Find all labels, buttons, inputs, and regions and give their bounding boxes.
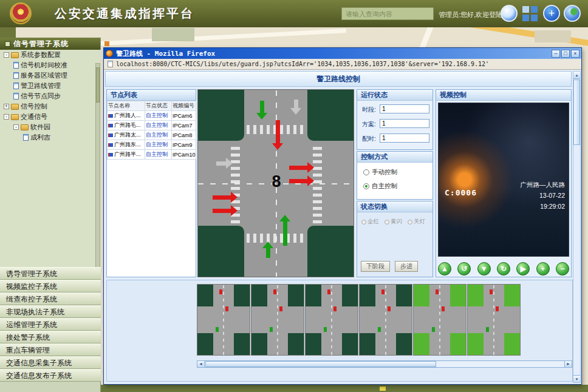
sidebar-item-ops-management[interactable]: 运维管理子系统 (0, 318, 101, 331)
yellow-flash-option[interactable]: 黄闪 (385, 218, 402, 226)
window-titlebar[interactable]: 警卫路线 - Mozilla Firefox (104, 48, 581, 59)
sidebar-item-vehicle-interception[interactable]: 缉查布控子系统 (0, 292, 101, 305)
scrollbar-thumb[interactable] (96, 67, 100, 103)
phase-thumbnail[interactable] (251, 284, 304, 356)
camera-icon (108, 143, 113, 147)
sidebar-item-traffic-info-publish[interactable]: 交通信息发布子系统 (0, 369, 101, 382)
manual-control-option[interactable]: 手动控制 (363, 168, 432, 177)
table-row[interactable]: 广州路太... 自主控制 IPCam8 (108, 130, 196, 140)
map-building (0, 27, 16, 38)
map-marker (380, 387, 386, 391)
close-button[interactable] (571, 50, 579, 58)
tree-item-server-region[interactable]: 服务器区域管理 (0, 70, 101, 81)
table-row[interactable]: 广州路人... 自主控制 IPCam6 (108, 111, 196, 121)
url-bar[interactable]: localhost:8080/CTC-MICS/libs/utes/guard.… (104, 59, 581, 70)
table-row[interactable]: 广州路半... 自主控制 IPCam10 (108, 150, 196, 160)
video-panel: 视频控制 C:0006 广州路—人民路 13-07-22 19:29:02 ▲ … (436, 89, 572, 277)
expand-icon[interactable] (4, 104, 9, 109)
tree-item-traffic-signal[interactable]: 交通信号 (0, 112, 101, 122)
all-red-option[interactable]: 全红 (361, 218, 379, 226)
phase-thumbnail-active[interactable] (467, 284, 521, 356)
folder-icon (21, 124, 29, 130)
auto-control-option[interactable]: 自主控制 (363, 182, 432, 191)
sidebar-scrollbar[interactable] (95, 63, 100, 277)
sidebar-item-offsite-enforcement[interactable]: 非现场执法子系统 (0, 305, 101, 318)
tree-item-label: 信号控制 (21, 102, 47, 111)
radio-icon[interactable] (385, 220, 389, 225)
ptz-zoom-in-button[interactable]: + (536, 262, 550, 275)
table-row[interactable]: 广州路毛... 自主控制 IPCam7 (108, 121, 196, 130)
phase-thumbnail[interactable] (197, 284, 250, 356)
radio-icon[interactable] (361, 220, 366, 225)
radio-label: 黄闪 (391, 218, 402, 226)
phase-thumbnail[interactable] (359, 284, 412, 356)
collapse-icon[interactable] (13, 124, 19, 130)
maximize-button[interactable] (561, 50, 570, 58)
intersection-corner (198, 226, 244, 277)
grid-cell (531, 15, 538, 21)
tree-item-signal-control[interactable]: 信号控制 (0, 101, 101, 112)
map-road (91, 29, 346, 46)
apps-grid-icon[interactable] (522, 6, 538, 22)
tree-item-clock-calibration[interactable]: 信号机时间校准 (0, 60, 101, 70)
table-header-row: 节点名称 节点状态 视频编号 (108, 101, 196, 111)
tree-item-chengliji[interactable]: 成利吉 (0, 132, 101, 143)
scroll-left-icon[interactable] (197, 361, 205, 367)
scroll-up-icon[interactable] (573, 72, 580, 79)
minimize-button[interactable] (552, 50, 560, 58)
next-phase-button[interactable]: 下阶段 (361, 261, 390, 272)
ptz-up-button[interactable]: ▲ (438, 262, 451, 275)
control-mode-title: 控制方式 (357, 152, 432, 163)
ptz-right-button[interactable]: ▶ (516, 262, 530, 275)
sidebar-header-signal-subsystem[interactable]: 信号管理子系统 (0, 38, 100, 50)
phase-thumbnail[interactable] (305, 284, 358, 356)
sidebar-item-guidance[interactable]: 诱导管理子系统 (0, 267, 101, 280)
sidebar-item-traffic-data-collection[interactable]: 交通信息采集子系统 (0, 356, 101, 369)
lights-off-option[interactable]: 关灯 (408, 218, 425, 226)
sidebar-header-label: 信号管理子系统 (13, 38, 69, 50)
plan-field[interactable] (380, 119, 429, 128)
tree-item-software-park[interactable]: 软件园 (0, 122, 101, 132)
scroll-down-icon[interactable] (573, 375, 580, 382)
horizontal-scrollbar[interactable] (197, 360, 572, 368)
radio-icon-selected[interactable] (363, 183, 369, 189)
sidebar-item-video-surveillance[interactable]: 视频监控子系统 (0, 280, 101, 292)
scrollbar-thumb[interactable] (573, 79, 580, 145)
col-node-status: 节点状态 (145, 101, 172, 111)
radio-label: 自主控制 (372, 182, 397, 191)
plan-label: 方案: (362, 120, 376, 129)
sidebar-item-alarm-dispatch[interactable]: 接处警子系统 (0, 331, 101, 343)
timing-field[interactable] (380, 133, 429, 143)
radio-icon[interactable] (408, 220, 412, 225)
tree-item-guard-route[interactable]: 警卫路线管理 (0, 81, 101, 91)
add-button[interactable]: + (543, 5, 560, 22)
world-map-icon[interactable] (564, 5, 581, 22)
period-field[interactable] (380, 104, 429, 113)
ptz-down-button[interactable]: ▼ (477, 262, 491, 275)
red-arrow-down (272, 120, 283, 150)
scroll-right-icon[interactable] (564, 361, 572, 367)
collapse-icon[interactable] (4, 52, 9, 58)
sidebar-item-key-vehicles[interactable]: 重点车辆管理 (0, 343, 101, 356)
collapse-icon[interactable] (4, 114, 9, 120)
step-button[interactable]: 步进 (395, 261, 418, 272)
page-icon (13, 62, 19, 69)
grid-cell (522, 6, 529, 13)
search-input[interactable] (341, 7, 434, 20)
radio-label: 全红 (368, 218, 379, 226)
globe-icon[interactable] (501, 5, 518, 22)
sidebar: 信号管理子系统 系统参数配置 信号机时间校准 服务器区域管理 警卫路线管理 信号… (0, 38, 101, 392)
tree-item-system-params[interactable]: 系统参数配置 (0, 50, 101, 60)
app-header: 公安交通集成指挥平台 管理员:您好,欢迎登陆使用 + (0, 0, 588, 27)
ptz-auto-right-button[interactable]: ↻ (497, 262, 510, 275)
radio-icon[interactable] (363, 169, 369, 175)
ptz-zoom-out-button[interactable]: − (556, 262, 569, 275)
table-row[interactable]: 广州路东... 自主控制 IPCam9 (108, 140, 196, 150)
vertical-scrollbar[interactable] (573, 71, 581, 383)
ptz-auto-left-button[interactable]: ↺ (457, 262, 471, 275)
camera-icon (108, 124, 113, 127)
phase-thumbnail-active[interactable] (413, 284, 467, 356)
scrollbar-thumb[interactable] (205, 361, 436, 367)
tree-item-node-sync[interactable]: 信号节点同步 (0, 91, 101, 101)
tree-item-label: 软件园 (30, 123, 50, 132)
